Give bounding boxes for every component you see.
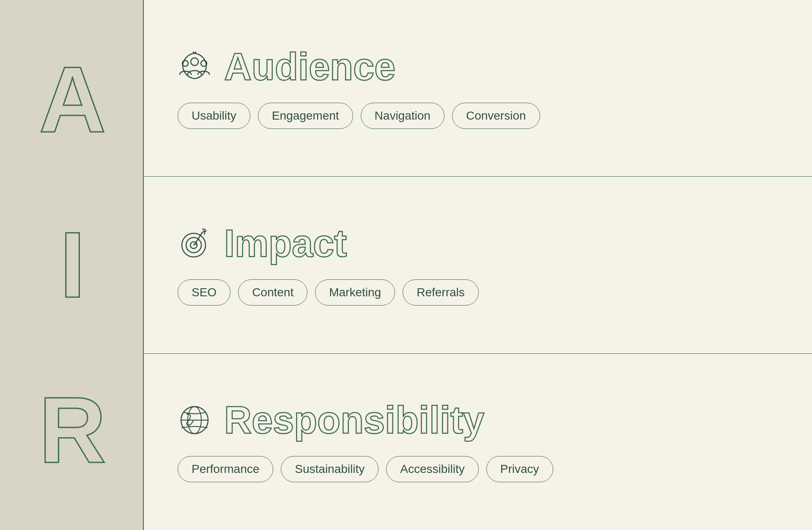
- responsibility-title: Responsibility: [224, 401, 484, 439]
- tag-seo: SEO: [178, 279, 230, 306]
- tag-performance: Performance: [178, 456, 273, 482]
- tag-navigation: Navigation: [361, 103, 444, 129]
- tag-marketing: Marketing: [315, 279, 395, 306]
- tag-content: Content: [238, 279, 307, 306]
- letter-r: R: [39, 384, 104, 477]
- audience-tags: Usability Engagement Navigation Conversi…: [178, 103, 778, 129]
- tag-usability: Usability: [178, 103, 250, 129]
- audience-title: Audience: [224, 48, 395, 86]
- tag-engagement: Engagement: [258, 103, 353, 129]
- impact-title: Impact: [224, 224, 347, 262]
- impact-header: Impact: [178, 224, 778, 262]
- audience-icon: [178, 50, 211, 84]
- letter-a: A: [39, 53, 104, 146]
- tag-privacy: Privacy: [486, 456, 553, 482]
- tag-accessibility: Accessibility: [386, 456, 478, 482]
- letter-i: I: [60, 219, 83, 311]
- responsibility-icon: [178, 403, 211, 437]
- sidebar: A I R: [0, 0, 144, 530]
- audience-header: Audience: [178, 48, 778, 86]
- svg-point-0: [191, 58, 198, 66]
- main-content: Audience Usability Engagement Navigation…: [144, 0, 812, 530]
- tag-referrals: Referrals: [403, 279, 479, 306]
- tag-sustainability: Sustainability: [281, 456, 379, 482]
- responsibility-tags: Performance Sustainability Accessibility…: [178, 456, 778, 482]
- tag-conversion: Conversion: [452, 103, 540, 129]
- impact-icon: [178, 227, 211, 260]
- svg-line-9: [204, 229, 206, 230]
- impact-section: Impact SEO Content Marketing Referrals: [144, 177, 812, 353]
- responsibility-section: Responsibility Performance Sustainabilit…: [144, 354, 812, 530]
- impact-tags: SEO Content Marketing Referrals: [178, 279, 778, 306]
- responsibility-header: Responsibility: [178, 401, 778, 439]
- audience-section: Audience Usability Engagement Navigation…: [144, 0, 812, 177]
